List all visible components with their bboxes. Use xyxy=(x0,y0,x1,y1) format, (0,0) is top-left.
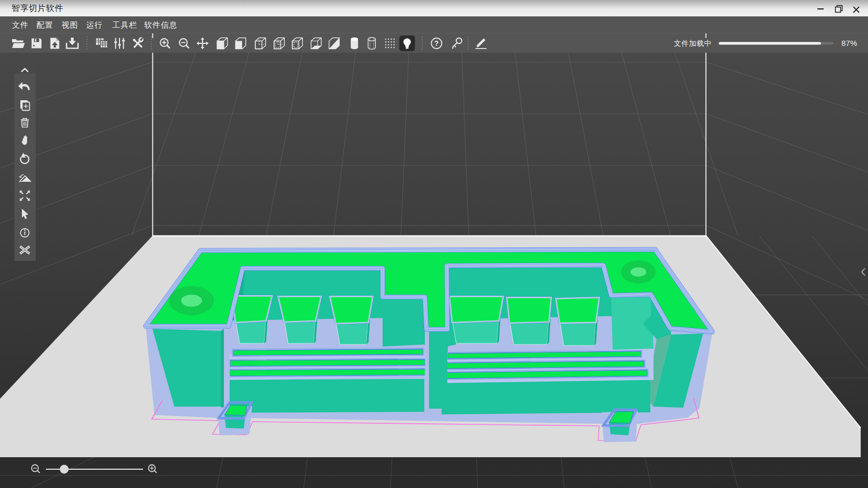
svg-text:?: ? xyxy=(434,39,439,47)
